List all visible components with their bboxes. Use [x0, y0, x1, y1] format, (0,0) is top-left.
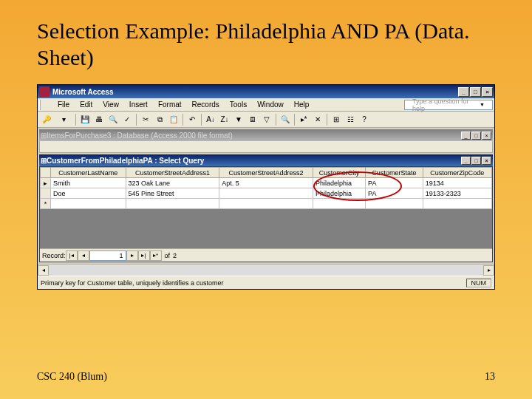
help-search-input[interactable]: Type a question for help ▼: [404, 100, 493, 110]
toolbar: 🔑 ▾ 💾 🖶 🔍 ✓ ✂ ⧉ 📋 ↶ A↓ Z↓ ▼ 🗏 ▽ 🔍 ▸* ✕ ⊞…: [38, 112, 494, 128]
menu-insert[interactable]: Insert: [124, 99, 153, 110]
cell[interactable]: PA: [366, 188, 423, 199]
new-record-button[interactable]: ▸*: [297, 113, 310, 126]
record-number-input[interactable]: 1: [89, 250, 126, 261]
query-icon: ⊞: [41, 157, 47, 165]
data-grid[interactable]: CustomerLastName CustomerStreetAddress1 …: [40, 167, 492, 209]
cell[interactable]: 19134: [423, 178, 491, 188]
preview-button[interactable]: 🔍: [106, 113, 120, 126]
next-record-button[interactable]: ▸: [126, 250, 138, 261]
page-number: 13: [485, 371, 495, 383]
menubar: File Edit View Insert Format Records Too…: [38, 98, 494, 112]
undo-button[interactable]: ↶: [185, 113, 199, 126]
cell[interactable]: 545 Pine Street: [126, 188, 219, 199]
col-city[interactable]: CustomerCity: [313, 168, 365, 178]
help-button[interactable]: ?: [358, 113, 371, 126]
prev-record-button[interactable]: ◂: [78, 250, 89, 261]
delete-record-button[interactable]: ✕: [311, 113, 324, 126]
col-addr1[interactable]: CustomerStreetAddress1: [126, 168, 219, 178]
col-zip[interactable]: CustomerZipCode: [423, 168, 491, 178]
footer-left: CSC 240 (Blum): [37, 371, 107, 383]
db-close-button[interactable]: ×: [482, 132, 491, 140]
statusbar: Primary key for Customer table, uniquely…: [38, 276, 494, 289]
corner-cell[interactable]: [41, 168, 51, 178]
cut-button[interactable]: ✂: [139, 113, 152, 126]
spell-button[interactable]: ✓: [120, 113, 134, 126]
query-window-titlebar: ⊞ CustomerFromPhiladelphiaPA : Select Qu…: [39, 154, 493, 166]
db-window-title: ItemsForPurchase3 : Database (Access 200…: [47, 132, 233, 140]
slide-footer: CSC 240 (Blum) 13: [37, 371, 495, 383]
save-button[interactable]: 💾: [78, 113, 92, 126]
copy-button[interactable]: ⧉: [153, 113, 166, 126]
db-window-body: [39, 141, 493, 153]
find-button[interactable]: 🔍: [279, 113, 292, 126]
app-title: Microsoft Access: [52, 88, 113, 96]
horizontal-scrollbar[interactable]: ◂ ▸: [38, 264, 494, 276]
db-window-button[interactable]: ⊞: [330, 113, 343, 126]
table-row[interactable]: Doe 545 Pine Street Philadelphia PA 1913…: [41, 188, 492, 199]
row-selector[interactable]: [41, 188, 51, 199]
view-button[interactable]: 🔑: [40, 113, 53, 126]
new-record-nav-button[interactable]: ▸*: [150, 250, 162, 261]
menu-edit[interactable]: Edit: [75, 99, 98, 110]
menubar-grip[interactable]: [39, 100, 51, 110]
sort-asc-button[interactable]: A↓: [204, 113, 217, 126]
header-row: CustomerLastName CustomerStreetAddress1 …: [41, 168, 492, 178]
scroll-left-button[interactable]: ◂: [38, 265, 49, 276]
db-window-titlebar: ⊞ ItemsForPurchase3 : Database (Access 2…: [39, 129, 493, 141]
new-row[interactable]: *: [41, 199, 492, 209]
last-record-button[interactable]: ▸|: [138, 250, 150, 261]
db-minimize-button[interactable]: _: [461, 132, 471, 140]
chevron-down-icon[interactable]: ▼: [474, 100, 490, 109]
paste-button[interactable]: 📋: [167, 113, 180, 126]
menu-format[interactable]: Format: [153, 99, 187, 110]
view-dropdown[interactable]: ▾: [54, 113, 73, 126]
record-navigator: Record: |◂ ◂ 1 ▸ ▸| ▸* of 2: [40, 248, 492, 262]
filter-form-button[interactable]: 🗏: [246, 113, 259, 126]
status-numlock: NUM: [466, 279, 492, 287]
col-lastname[interactable]: CustomerLastName: [51, 168, 126, 178]
scroll-right-button[interactable]: ▸: [483, 265, 494, 276]
cell[interactable]: 19133-2323: [423, 188, 491, 199]
cell[interactable]: Apt. 5: [219, 178, 313, 188]
access-window: Microsoft Access _ □ × File Edit View In…: [37, 84, 495, 290]
query-window: CustomerLastName CustomerStreetAddress1 …: [39, 166, 493, 262]
table-row[interactable]: ▸ Smith 323 Oak Lane Apt. 5 Philadelphia…: [41, 178, 492, 188]
cell[interactable]: Doe: [51, 188, 126, 199]
q-close-button[interactable]: ×: [482, 157, 491, 165]
apply-filter-button[interactable]: ▽: [260, 113, 273, 126]
cell[interactable]: [219, 188, 313, 199]
cell[interactable]: Philadelphia: [313, 188, 365, 199]
slide-title: Selection Example: Philadelphia AND PA (…: [0, 0, 532, 71]
sort-desc-button[interactable]: Z↓: [218, 113, 231, 126]
of-label: of: [162, 252, 174, 259]
q-maximize-button[interactable]: □: [471, 157, 481, 165]
access-icon: [39, 86, 50, 97]
db-maximize-button[interactable]: □: [471, 132, 481, 140]
query-window-title: CustomerFromPhiladelphiaPA : Select Quer…: [47, 157, 204, 165]
first-record-button[interactable]: |◂: [66, 250, 78, 261]
scroll-track[interactable]: [49, 265, 483, 276]
cell[interactable]: PA: [366, 178, 423, 188]
cell[interactable]: Smith: [51, 178, 126, 188]
cell[interactable]: Philadelphia: [313, 178, 365, 188]
menu-tools[interactable]: Tools: [225, 99, 252, 110]
filter-button[interactable]: ▼: [232, 113, 245, 126]
status-text: Primary key for Customer table, uniquely…: [41, 279, 224, 287]
print-button[interactable]: 🖶: [92, 113, 106, 126]
col-addr2[interactable]: CustomerStreetAddress2: [219, 168, 313, 178]
new-object-button[interactable]: ☷: [344, 113, 357, 126]
close-button[interactable]: ×: [482, 87, 493, 97]
row-selector[interactable]: ▸: [41, 178, 51, 188]
row-selector[interactable]: *: [41, 199, 51, 209]
datasheet: CustomerLastName CustomerStreetAddress1 …: [40, 167, 492, 248]
q-minimize-button[interactable]: _: [461, 157, 471, 165]
col-state[interactable]: CustomerState: [366, 168, 423, 178]
help-placeholder: Type a question for help: [407, 96, 474, 114]
menu-records[interactable]: Records: [187, 99, 225, 110]
menu-file[interactable]: File: [52, 99, 75, 110]
menu-help[interactable]: Help: [289, 99, 315, 110]
menu-window[interactable]: Window: [252, 99, 289, 110]
menu-view[interactable]: View: [98, 99, 124, 110]
cell[interactable]: 323 Oak Lane: [126, 178, 219, 188]
